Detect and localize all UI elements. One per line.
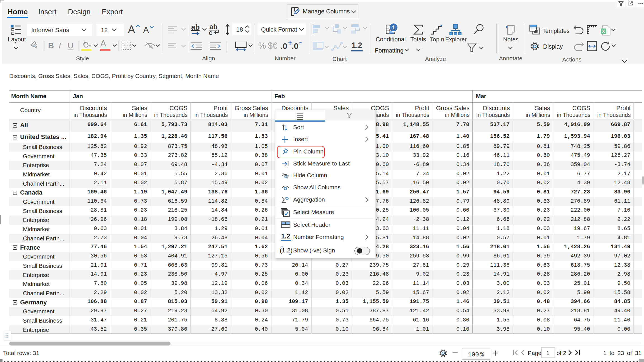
svg-text:X: X — [602, 29, 605, 34]
